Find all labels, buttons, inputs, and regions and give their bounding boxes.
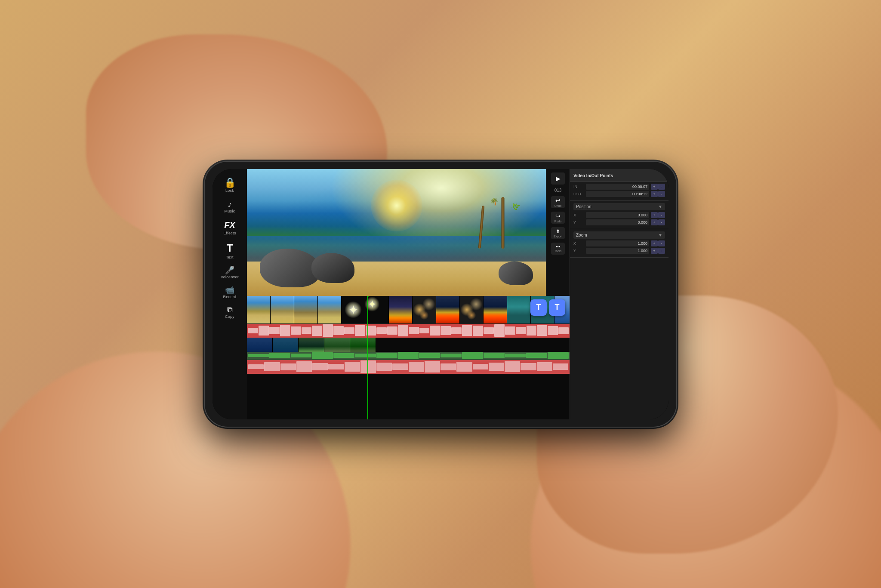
export-button[interactable]: ⬆ Export — [551, 227, 565, 239]
sidebar-item-copy-label: Copy — [225, 314, 234, 319]
right-panel: Video In/Out Points IN 00:00:07 + - OUT … — [570, 169, 668, 419]
panel-title-text: Video In/Out Points — [573, 173, 613, 178]
phone-screen: 🔒 Lock ♪ Music FX Effects T Text 🎤 Voice… — [213, 169, 668, 419]
timeline[interactable]: ✦ ✦ — [247, 296, 570, 419]
main-content: 🌴 🌿 ▶ — [247, 169, 570, 419]
undo-label: Undo — [554, 204, 562, 207]
film-frame-9 — [436, 296, 460, 323]
play-icon: ▶ — [556, 175, 561, 182]
film-frame-7 — [389, 296, 413, 323]
film-frame-2 — [271, 296, 294, 323]
sidebar-item-copy[interactable]: ⧉ Copy — [214, 303, 245, 321]
position-x-row: X 0.000 + - — [573, 212, 665, 218]
panel-title-bar: Video In/Out Points — [570, 169, 668, 182]
zoom-x-plus-btn[interactable]: + — [651, 240, 658, 246]
sidebar-item-effects-label: Effects — [223, 231, 236, 235]
video-preview: 🌴 🌿 — [247, 169, 546, 296]
undo-arrow-icon: ↩ — [555, 197, 561, 204]
sidebar-item-text-label: Text — [226, 255, 234, 259]
text-icon: T — [227, 242, 233, 254]
lock-icon: 🔒 — [224, 178, 236, 188]
zoom-label: Zoom — [576, 233, 587, 237]
tt-button-1[interactable]: T — [530, 299, 547, 316]
tt-button-2[interactable]: T — [549, 299, 565, 316]
palm-trees: 🌴 🌿 — [400, 171, 520, 249]
copy-icon: ⧉ — [227, 306, 233, 314]
play-button[interactable]: ▶ — [551, 172, 565, 185]
rock-2 — [311, 253, 354, 283]
zoom-x-minus-btn[interactable]: - — [658, 240, 665, 246]
out-point-row: OUT 00:00:12 + - — [573, 191, 665, 197]
redo-button[interactable]: ↪ Redo — [551, 212, 565, 224]
tools-icon: ••• — [556, 244, 561, 249]
sidebar-item-record-label: Record — [223, 295, 237, 299]
pos-y-value: 0.000 — [586, 219, 649, 225]
film-frame-6: ✦ — [365, 296, 389, 323]
film-frame-4 — [318, 296, 342, 323]
film-frame-5: ✦ — [342, 296, 365, 323]
sidebar-item-lock-label: Lock — [225, 188, 234, 193]
in-point-row: IN 00:00:07 + - — [573, 184, 665, 190]
export-label: Export — [554, 235, 562, 238]
zoom-y-controls: + - — [651, 248, 665, 254]
film-frame-8 — [413, 296, 436, 323]
film-frame-3 — [294, 296, 318, 323]
position-header[interactable]: Position ▼ — [573, 203, 665, 210]
in-point-section: IN 00:00:07 + - OUT 00:00:12 + - — [570, 182, 668, 201]
bottom-audio-track — [247, 360, 570, 374]
zoom-y-row: Y 1.000 + - — [573, 248, 665, 254]
out-label: OUT — [573, 192, 584, 196]
sidebar-item-voiceover[interactable]: 🎤 Voiceover — [214, 264, 245, 282]
in-plus-btn[interactable]: + — [651, 184, 658, 190]
zoom-header[interactable]: Zoom ▼ — [573, 231, 665, 239]
sidebar-item-lock[interactable]: 🔒 Lock — [214, 175, 245, 195]
zoom-y-plus-btn[interactable]: + — [651, 248, 658, 254]
film-frame-12 — [507, 296, 531, 323]
sidebar-item-music[interactable]: ♪ Music — [214, 197, 245, 216]
redo-label: Redo — [554, 220, 562, 223]
second-video-track — [247, 338, 570, 360]
sidebar-item-effects[interactable]: FX Effects — [214, 218, 245, 238]
in-point-controls: + - — [651, 184, 665, 190]
in-value: 00:00:07 — [586, 184, 649, 190]
film-frame-11 — [484, 296, 507, 323]
export-icon: ⬆ — [556, 228, 560, 234]
fx-icon: FX — [224, 220, 235, 230]
tt-buttons-container: T T — [530, 299, 565, 316]
zoom-x-label: X — [573, 241, 584, 246]
out-point-controls: + - — [651, 191, 665, 197]
pos-y-plus-btn[interactable]: + — [651, 219, 658, 225]
sidebar-item-text[interactable]: T Text — [214, 240, 245, 262]
tools-button[interactable]: ••• Tools — [551, 243, 565, 255]
vertical-controls: ▶ 013 ↩ Undo ↪ Redo ⬆ Export — [546, 169, 570, 296]
film-frame-10 — [460, 296, 484, 323]
pos-y-controls: + - — [651, 219, 665, 225]
rock-3 — [499, 262, 533, 285]
pos-x-controls: + - — [651, 212, 665, 218]
redo-arrow-icon: ↪ — [555, 212, 561, 219]
frame-counter: 013 — [554, 188, 562, 193]
zoom-y-minus-btn[interactable]: - — [658, 248, 665, 254]
out-minus-btn[interactable]: - — [658, 191, 665, 197]
pos-y-minus-btn[interactable]: - — [658, 219, 665, 225]
waveform — [247, 324, 570, 338]
zoom-chevron-icon: ▼ — [658, 233, 662, 237]
zoom-x-controls: + - — [651, 240, 665, 246]
position-y-row: Y 0.000 + - — [573, 219, 665, 225]
pos-x-value: 0.000 — [586, 212, 649, 218]
undo-button[interactable]: ↩ Undo — [551, 196, 565, 208]
playhead — [367, 296, 368, 419]
tools-label: Tools — [554, 249, 561, 252]
pos-x-minus-btn[interactable]: - — [658, 212, 665, 218]
zoom-x-row: X 1.000 + - — [573, 240, 665, 246]
position-label: Position — [576, 204, 591, 209]
in-label: IN — [573, 185, 584, 189]
film-frame-1 — [247, 296, 271, 323]
zoom-y-label: Y — [573, 249, 584, 253]
pos-x-plus-btn[interactable]: + — [651, 212, 658, 218]
sidebar-item-record[interactable]: 📹 Record — [214, 283, 245, 302]
out-plus-btn[interactable]: + — [651, 191, 658, 197]
position-section: Position ▼ X 0.000 + - Y 0.000 + — [570, 201, 668, 229]
out-value: 00:00:12 — [586, 191, 649, 197]
in-minus-btn[interactable]: - — [658, 184, 665, 190]
